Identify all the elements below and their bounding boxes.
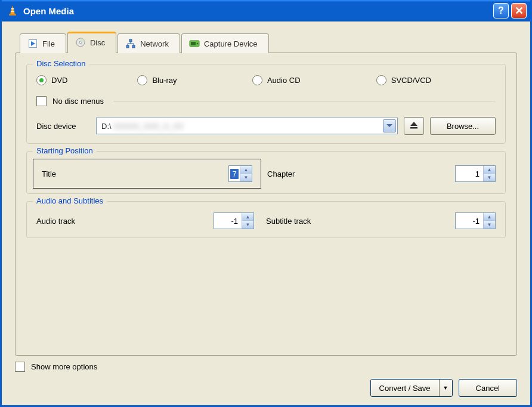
spin-up-icon[interactable]: ▲ bbox=[483, 213, 495, 221]
convert-save-main[interactable]: Convert / Save bbox=[371, 380, 439, 396]
tab-network[interactable]: Network bbox=[117, 33, 180, 53]
title-spinbox[interactable]: 7 ▲ ▼ bbox=[228, 165, 252, 182]
close-button[interactable]: ✕ bbox=[511, 3, 527, 18]
svg-rect-10 bbox=[191, 42, 196, 45]
cancel-button-label: Cancel bbox=[476, 384, 500, 393]
tab-panel-disc: Disc Selection DVD Blu-ray Audio CD bbox=[15, 53, 517, 356]
radio-svcd[interactable] bbox=[376, 75, 386, 85]
spin-down-icon[interactable]: ▼ bbox=[483, 174, 495, 181]
radio-bluray-label: Blu-ray bbox=[152, 76, 177, 85]
svg-point-11 bbox=[197, 43, 199, 45]
spin-down-icon[interactable]: ▼ bbox=[242, 221, 253, 229]
group-audio-subtitles: Audio and Subtitles Audio track -1 ▲ ▼ bbox=[26, 201, 506, 238]
chapter-spinbox[interactable]: 1 ▲ ▼ bbox=[455, 165, 496, 182]
no-disc-menus-row: No disc menus bbox=[36, 96, 496, 106]
subtitle-track-label: Subtitle track bbox=[266, 217, 311, 226]
eject-button[interactable] bbox=[404, 117, 424, 135]
svg-rect-6 bbox=[129, 39, 132, 42]
tab-disc[interactable]: Disc bbox=[67, 32, 116, 53]
disc-type-radios: DVD Blu-ray Audio CD SVCD/VCD bbox=[36, 75, 496, 85]
title-field-container: Title 7 ▲ ▼ bbox=[33, 159, 261, 189]
tab-network-label: Network bbox=[140, 39, 169, 48]
convert-save-label: Convert / Save bbox=[379, 384, 431, 393]
chapter-value[interactable]: 1 bbox=[456, 169, 483, 178]
open-media-dialog: Open Media ? ✕ File Disc Network bbox=[0, 0, 532, 407]
no-disc-menus-label: No disc menus bbox=[52, 97, 104, 106]
audio-track-spinbox[interactable]: -1 ▲ ▼ bbox=[214, 212, 254, 229]
chevron-down-icon: ▼ bbox=[443, 385, 449, 391]
show-more-label: Show more options bbox=[31, 362, 97, 371]
dialog-footer: Show more options Convert / Save ▼ Cance… bbox=[15, 356, 517, 397]
spin-down-icon[interactable]: ▼ bbox=[483, 221, 495, 229]
svg-rect-7 bbox=[126, 45, 129, 48]
radio-dvd[interactable] bbox=[36, 75, 47, 85]
spin-down-icon[interactable]: ▼ bbox=[240, 174, 252, 181]
svg-rect-0 bbox=[11, 8, 14, 10]
radio-dvd-label: DVD bbox=[51, 76, 67, 85]
divider bbox=[113, 101, 496, 101]
convert-save-button[interactable]: Convert / Save ▼ bbox=[370, 379, 453, 397]
chapter-label: Chapter bbox=[267, 169, 295, 178]
spin-up-icon[interactable]: ▲ bbox=[240, 166, 252, 174]
disc-device-label: Disc device bbox=[36, 122, 90, 131]
spin-up-icon[interactable]: ▲ bbox=[483, 166, 495, 174]
radio-audiocd-label: Audio CD bbox=[267, 76, 301, 85]
chevron-down-icon[interactable] bbox=[383, 119, 396, 132]
show-more-row: Show more options bbox=[15, 362, 517, 372]
radio-audiocd[interactable] bbox=[252, 75, 262, 85]
tab-capture[interactable]: Capture Device bbox=[181, 33, 269, 53]
audio-track-value[interactable]: -1 bbox=[214, 217, 242, 226]
browse-button[interactable]: Browse... bbox=[430, 117, 496, 135]
disc-icon bbox=[75, 37, 86, 48]
svg-rect-12 bbox=[410, 127, 417, 129]
checkbox-show-more-options[interactable] bbox=[15, 362, 25, 372]
help-button[interactable]: ? bbox=[493, 3, 509, 18]
group-disc-selection: Disc Selection DVD Blu-ray Audio CD bbox=[26, 64, 506, 144]
group-title-disc-selection: Disc Selection bbox=[33, 59, 89, 68]
vlc-cone-icon bbox=[7, 5, 18, 17]
group-title-starting-position: Starting Position bbox=[33, 146, 97, 155]
svg-rect-8 bbox=[132, 45, 135, 48]
svg-rect-2 bbox=[9, 14, 16, 16]
eject-icon bbox=[409, 121, 419, 131]
subtitle-track-value[interactable]: -1 bbox=[456, 217, 483, 226]
window-title: Open Media bbox=[23, 6, 491, 16]
capture-device-icon bbox=[189, 38, 200, 49]
disc-device-combo[interactable]: D:\ XXXXX_XXX_X_XX bbox=[96, 118, 398, 134]
radio-item-dvd[interactable]: DVD bbox=[36, 75, 137, 85]
disc-device-value: D:\ XXXXX_XXX_X_XX bbox=[101, 122, 383, 131]
disc-device-row: Disc device D:\ XXXXX_XXX_X_XX Browse.. bbox=[36, 117, 496, 135]
title-value[interactable]: 7 bbox=[230, 169, 239, 179]
radio-item-svcd[interactable]: SVCD/VCD bbox=[376, 75, 468, 85]
svg-rect-1 bbox=[11, 11, 14, 12]
tab-file-label: File bbox=[42, 39, 55, 48]
tab-strip: File Disc Network Capture Device bbox=[20, 32, 517, 53]
network-icon bbox=[125, 38, 136, 49]
title-label: Title bbox=[42, 169, 56, 178]
subtitle-track-spinbox[interactable]: -1 ▲ ▼ bbox=[455, 212, 496, 229]
checkbox-no-disc-menus[interactable] bbox=[36, 96, 47, 106]
cancel-button[interactable]: Cancel bbox=[459, 379, 517, 397]
browse-button-label: Browse... bbox=[447, 122, 479, 131]
titlebar: Open Media ? ✕ bbox=[2, 0, 530, 21]
group-title-audio-subtitles: Audio and Subtitles bbox=[33, 196, 107, 205]
convert-save-dropdown[interactable]: ▼ bbox=[439, 380, 452, 396]
chapter-field-container: Chapter 1 ▲ ▼ bbox=[267, 165, 496, 182]
audio-track-container: Audio track -1 ▲ ▼ bbox=[36, 212, 266, 229]
group-starting-position: Starting Position Title 7 ▲ ▼ Ch bbox=[26, 151, 506, 194]
radio-svcd-label: SVCD/VCD bbox=[391, 76, 431, 85]
tab-capture-label: Capture Device bbox=[204, 39, 258, 48]
audio-track-label: Audio track bbox=[36, 217, 75, 226]
radio-item-audiocd[interactable]: Audio CD bbox=[252, 75, 376, 85]
tab-file[interactable]: File bbox=[20, 33, 66, 53]
radio-bluray[interactable] bbox=[137, 75, 147, 85]
file-play-icon bbox=[27, 38, 38, 49]
dialog-content: File Disc Network Capture Device bbox=[2, 21, 530, 405]
tab-disc-label: Disc bbox=[90, 38, 105, 47]
radio-item-bluray[interactable]: Blu-ray bbox=[137, 75, 252, 85]
spin-up-icon[interactable]: ▲ bbox=[242, 213, 253, 221]
subtitle-track-container: Subtitle track -1 ▲ ▼ bbox=[266, 212, 496, 229]
